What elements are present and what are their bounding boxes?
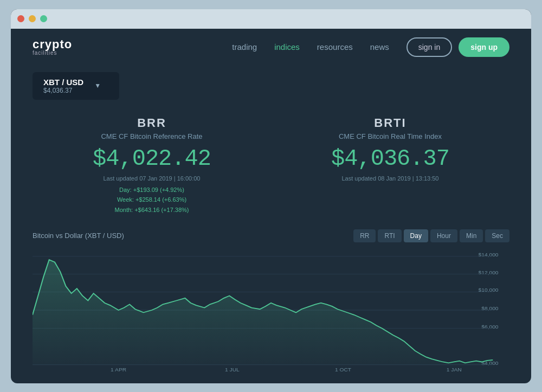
close-dot[interactable]: [17, 15, 24, 22]
nav-item-news[interactable]: news: [370, 42, 389, 52]
brr-desc: CME CF Bitcoin Reference Rate: [43, 132, 260, 140]
brti-name: BRTI: [282, 116, 499, 130]
chart-container: $14,000 $12,000 $10,000 $8,000 $6,000 $4…: [33, 248, 509, 372]
app-window: crypto facilities trading indices resour…: [11, 9, 531, 383]
brr-card: BRR CME CF Bitcoin Reference Rate $4,022…: [33, 111, 271, 221]
ctrl-hour[interactable]: Hour: [430, 229, 457, 242]
maximize-dot[interactable]: [40, 15, 47, 22]
chevron-down-icon: ▼: [94, 82, 101, 89]
brr-changes: Day: +$193.09 (+4.92%) Week: +$258.14 (+…: [43, 185, 260, 215]
svg-text:1 JUL: 1 JUL: [225, 367, 240, 372]
svg-text:1 APR: 1 APR: [111, 367, 126, 372]
dropdown-section: XBT / USD $4,036.37 ▼: [33, 72, 509, 100]
chart-svg: $14,000 $12,000 $10,000 $8,000 $6,000 $4…: [33, 248, 509, 372]
chart-title: Bitcoin vs Dollar (XBT / USD): [33, 232, 124, 240]
pair-name: XBT / USD: [43, 78, 83, 87]
ctrl-rr[interactable]: RR: [353, 229, 376, 242]
main-area: XBT / USD $4,036.37 ▼ BRR CME CF Bitcoin…: [11, 66, 531, 383]
pair-dropdown[interactable]: XBT / USD $4,036.37 ▼: [33, 72, 119, 100]
brr-price: $4,022.42: [43, 146, 260, 172]
chart-section: Bitcoin vs Dollar (XBT / USD) RR RTI Day…: [33, 229, 509, 372]
signin-button[interactable]: sign in: [406, 37, 452, 57]
brr-name: BRR: [43, 116, 260, 130]
brti-desc: CME CF Bitcoin Real Time Index: [282, 132, 499, 140]
brr-week: Week: +$258.14 (+6.63%): [43, 195, 260, 205]
index-cards: BRR CME CF Bitcoin Reference Rate $4,022…: [33, 111, 509, 221]
pair-price: $4,036.37: [43, 87, 83, 94]
nav-item-indices[interactable]: indices: [274, 42, 300, 52]
nav-buttons: sign in sign up: [406, 37, 509, 57]
brr-day: Day: +$193.09 (+4.92%): [43, 185, 260, 195]
nav-item-resources[interactable]: resources: [317, 42, 353, 52]
chart-controls: RR RTI Day Hour Min Sec: [353, 229, 509, 242]
brti-updated: Last updated 08 Jan 2019 | 13:13:50: [282, 175, 499, 182]
brti-card: BRTI CME CF Bitcoin Real Time Index $4,0…: [271, 111, 509, 221]
svg-text:1 JAN: 1 JAN: [447, 367, 462, 372]
nav-item-trading[interactable]: trading: [232, 42, 257, 52]
nav-links: trading indices resources news: [232, 42, 389, 52]
navbar: crypto facilities trading indices resour…: [11, 29, 531, 66]
logo: crypto facilities: [33, 38, 232, 56]
logo-sub: facilities: [33, 50, 232, 56]
ctrl-sec[interactable]: Sec: [485, 229, 509, 242]
brti-price: $4,036.37: [282, 146, 499, 172]
chart-header: Bitcoin vs Dollar (XBT / USD) RR RTI Day…: [33, 229, 509, 242]
minimize-dot[interactable]: [29, 15, 36, 22]
page-content: crypto facilities trading indices resour…: [11, 29, 531, 383]
brr-month: Month: +$643.16 (+17.38%): [43, 205, 260, 215]
ctrl-min[interactable]: Min: [460, 229, 483, 242]
ctrl-day[interactable]: Day: [404, 229, 428, 242]
ctrl-rti[interactable]: RTI: [378, 229, 401, 242]
svg-text:1 OCT: 1 OCT: [335, 367, 351, 372]
titlebar: [11, 9, 531, 29]
logo-text: crypto facilities: [33, 38, 232, 56]
brr-updated: Last updated 07 Jan 2019 | 16:00:00: [43, 175, 260, 182]
signup-button[interactable]: sign up: [459, 37, 509, 57]
